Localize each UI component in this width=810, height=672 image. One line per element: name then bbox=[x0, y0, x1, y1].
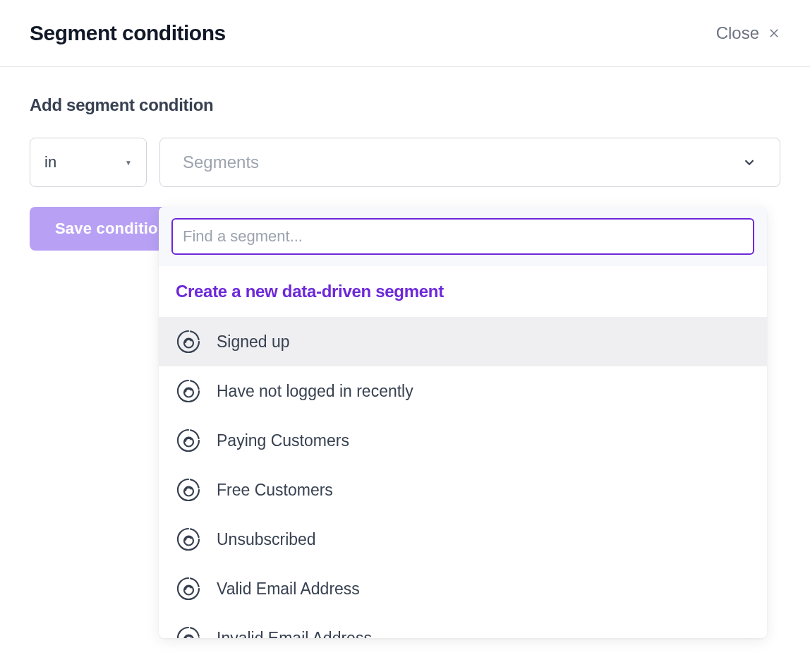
segments-select-placeholder: Segments bbox=[183, 152, 742, 172]
segment-icon bbox=[176, 527, 201, 552]
dropdown-arrow-icon: ▼ bbox=[125, 159, 132, 167]
create-segment-link[interactable]: Create a new data-driven segment bbox=[176, 282, 444, 301]
condition-form-row: in ▼ Segments bbox=[30, 138, 780, 187]
segment-icon bbox=[176, 378, 201, 404]
close-button-label: Close bbox=[716, 23, 759, 43]
segments-dropdown-panel: Create a new data-driven segment Signed … bbox=[159, 207, 767, 638]
condition-operator-select[interactable]: in ▼ bbox=[30, 138, 147, 187]
segment-list-item[interactable]: Free Customers bbox=[159, 465, 767, 515]
segment-item-label: Valid Email Address bbox=[217, 580, 360, 599]
segment-search-input[interactable] bbox=[171, 218, 754, 255]
segment-icon bbox=[176, 625, 201, 638]
segment-icon bbox=[176, 477, 201, 503]
segment-item-label: Have not logged in recently bbox=[217, 382, 413, 401]
segment-list[interactable]: Signed up Have not logged in recently Pa… bbox=[159, 317, 767, 638]
segment-list-item[interactable]: Signed up bbox=[159, 317, 767, 366]
segment-icon bbox=[176, 576, 201, 601]
modal-header: Segment conditions Close bbox=[0, 0, 810, 67]
section-title: Add segment condition bbox=[30, 95, 780, 115]
segment-list-item[interactable]: Valid Email Address bbox=[159, 564, 767, 613]
modal-title: Segment conditions bbox=[30, 21, 226, 45]
segment-item-label: Signed up bbox=[217, 332, 290, 352]
close-button[interactable]: Close bbox=[716, 23, 780, 43]
dropdown-search-wrap bbox=[159, 207, 767, 266]
segment-list-item[interactable]: Invalid Email Address bbox=[159, 613, 767, 638]
segment-list-item[interactable]: Have not logged in recently bbox=[159, 366, 767, 416]
segment-list-item[interactable]: Paying Customers bbox=[159, 416, 767, 465]
segments-select[interactable]: Segments bbox=[159, 138, 780, 187]
segment-item-label: Unsubscribed bbox=[217, 530, 316, 549]
condition-operator-value: in bbox=[44, 153, 125, 172]
segment-icon bbox=[176, 329, 201, 354]
segment-icon bbox=[176, 428, 201, 453]
segment-item-label: Free Customers bbox=[217, 481, 333, 500]
close-icon bbox=[768, 27, 780, 40]
segment-item-label: Invalid Email Address bbox=[217, 629, 372, 639]
segment-item-label: Paying Customers bbox=[217, 431, 349, 450]
segment-list-item[interactable]: Unsubscribed bbox=[159, 515, 767, 564]
chevron-down-icon bbox=[742, 155, 757, 170]
create-segment-link-wrap: Create a new data-driven segment bbox=[159, 266, 767, 317]
